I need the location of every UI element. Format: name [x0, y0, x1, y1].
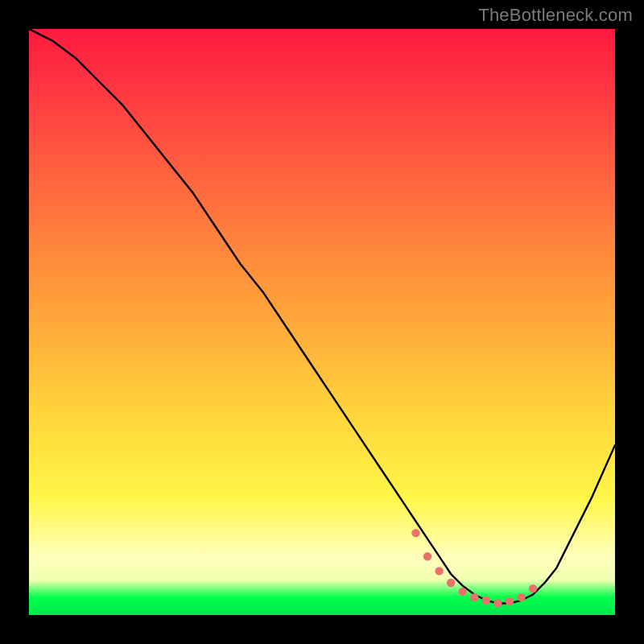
chart-frame: TheBottleneck.com: [0, 0, 644, 644]
marker-dot: [447, 579, 455, 587]
marker-dot: [423, 552, 431, 560]
marker-dot: [459, 588, 467, 596]
marker-dot: [470, 593, 478, 601]
watermark-text: TheBottleneck.com: [478, 5, 633, 26]
marker-dot: [435, 567, 443, 575]
marker-dot: [506, 597, 514, 605]
flat-region-markers: [411, 529, 537, 608]
curve-path: [29, 29, 615, 603]
marker-dot: [517, 593, 525, 601]
chart-svg: [29, 29, 615, 615]
marker-dot: [482, 597, 490, 605]
marker-dot: [493, 599, 502, 607]
plot-area: [29, 29, 615, 615]
marker-dot: [529, 584, 537, 592]
marker-dot: [411, 529, 419, 537]
